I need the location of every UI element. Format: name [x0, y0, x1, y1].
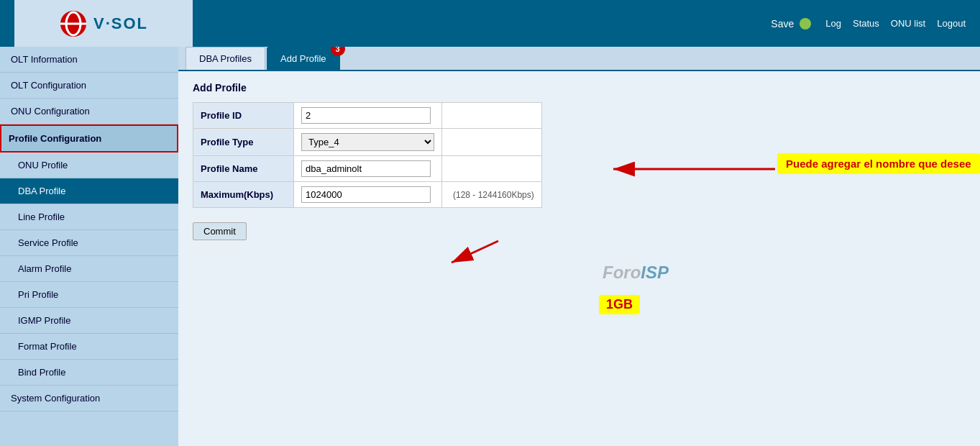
sidebar-item-system-configuration[interactable]: System Configuration — [0, 386, 178, 411]
commit-button[interactable]: Commit — [193, 222, 247, 240]
add-profile-form: Profile ID Profile Type Type_1 — [193, 102, 542, 208]
profile-name-input[interactable] — [301, 160, 431, 177]
foro-text: Foro — [603, 263, 641, 282]
profile-id-cell — [294, 103, 442, 129]
save-label[interactable]: Save — [771, 18, 794, 29]
profile-id-label: Profile ID — [193, 103, 294, 129]
table-row: Profile Name — [193, 156, 542, 182]
sidebar-section-profile: Profile Configuration — [0, 124, 178, 153]
sidebar-item-onu-profile[interactable]: ONU Profile — [0, 153, 178, 178]
callout-box: Puede agregar el nombre que desee — [777, 153, 980, 174]
sidebar-item-profile-configuration[interactable]: Profile Configuration — [0, 124, 178, 153]
tab-add-profile-label: Add Profile — [280, 53, 326, 64]
header: V·SOL Save Log Status ONU list Logout — [0, 0, 980, 47]
sidebar-item-line-profile[interactable]: Line Profile — [0, 204, 178, 230]
profile-type-cell: Type_1 Type_2 Type_3 Type_4 Type_5 — [294, 129, 442, 156]
badge-3: 3 — [331, 47, 345, 56]
sidebar-item-bind-profile[interactable]: Bind Profile — [0, 360, 178, 386]
commit-area: Commit — [193, 215, 542, 240]
sidebar-item-alarm-profile[interactable]: Alarm Profile — [0, 256, 178, 282]
logo-area: V·SOL — [14, 0, 193, 47]
svg-line-5 — [452, 241, 498, 263]
content-area: DBA Profiles Add Profile 3 Add Profile P… — [178, 47, 980, 446]
sidebar-item-igmp-profile[interactable]: IGMP Profile — [0, 308, 178, 334]
foroisp-watermark: ForoISP — [603, 263, 669, 283]
isp-text: ISP — [641, 263, 669, 282]
status-indicator — [800, 18, 811, 29]
form-area: Add Profile Profile ID Profile Type — [178, 71, 980, 251]
sidebar-item-onu-configuration[interactable]: ONU Configuration — [0, 99, 178, 124]
header-save: Save — [771, 18, 811, 29]
sidebar-item-format-profile[interactable]: Format Profile — [0, 334, 178, 360]
range-text: (128 - 1244160Kbps) — [449, 190, 534, 200]
tab-dba-profiles[interactable]: DBA Profiles — [186, 47, 265, 70]
logo-text: V·SOL — [93, 14, 148, 33]
log-link[interactable]: Log — [825, 18, 841, 29]
tab-add-profile[interactable]: Add Profile 3 — [267, 47, 340, 70]
maximum-kbps-range: (128 - 1244160Kbps) — [442, 182, 542, 208]
tabs-bar: DBA Profiles Add Profile 3 — [178, 47, 980, 71]
profile-type-extra — [442, 129, 542, 156]
profile-type-select[interactable]: Type_1 Type_2 Type_3 Type_4 Type_5 — [301, 133, 434, 151]
maximum-kbps-cell — [294, 182, 442, 208]
maximum-kbps-label: Maximum(Kbps) — [193, 182, 294, 208]
logout-link[interactable]: Logout — [937, 18, 966, 29]
vsol-logo-icon — [59, 9, 88, 38]
content-wrapper: DBA Profiles Add Profile 3 Add Profile P… — [178, 47, 980, 251]
table-row: Profile Type Type_1 Type_2 Type_3 Type_4… — [193, 129, 542, 156]
callout-1gb: 1GB — [599, 295, 640, 314]
sidebar-item-service-profile[interactable]: Service Profile — [0, 230, 178, 256]
profile-name-arrow-cell — [442, 156, 542, 182]
profile-type-label: Profile Type — [193, 129, 294, 156]
main-layout: OLT Information OLT Configuration ONU Co… — [0, 47, 980, 446]
profile-id-input[interactable] — [301, 107, 431, 124]
sidebar: OLT Information OLT Configuration ONU Co… — [0, 47, 178, 446]
sidebar-item-olt-information[interactable]: OLT Information — [0, 47, 178, 73]
table-row: Maximum(Kbps) (128 - 1244160Kbps) — [193, 182, 542, 208]
header-right: Save Log Status ONU list Logout — [771, 18, 966, 29]
form-title: Add Profile — [193, 82, 966, 94]
sidebar-item-olt-configuration[interactable]: OLT Configuration — [0, 73, 178, 99]
profile-name-label: Profile Name — [193, 156, 294, 182]
maximum-kbps-input[interactable] — [301, 186, 431, 203]
status-link[interactable]: Status — [853, 18, 879, 29]
table-row: Profile ID — [193, 103, 542, 129]
profile-name-cell — [294, 156, 442, 182]
sidebar-item-dba-profile[interactable]: DBA Profile — [0, 178, 178, 204]
profile-id-extra — [442, 103, 542, 129]
form-container: Profile ID Profile Type Type_1 — [193, 102, 542, 240]
sidebar-item-pri-profile[interactable]: Pri Profile — [0, 282, 178, 308]
header-links: Log Status ONU list Logout — [825, 18, 966, 29]
onu-list-link[interactable]: ONU list — [891, 18, 925, 29]
